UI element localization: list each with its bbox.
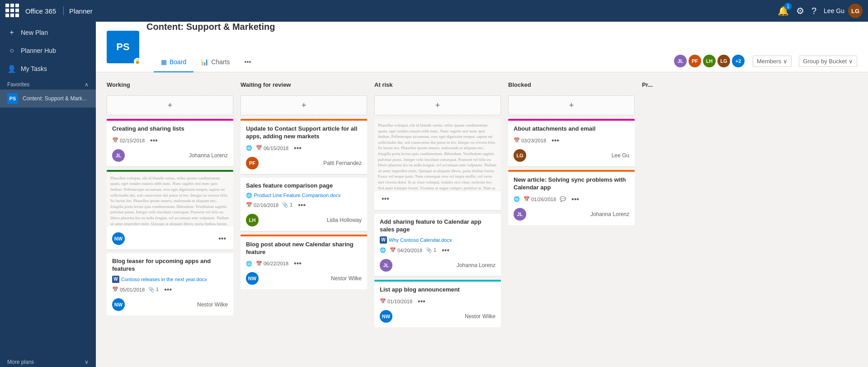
- calendar-icon: 📅: [256, 145, 262, 151]
- file-name: Contoso releases in the next year.docx: [121, 277, 207, 282]
- card-title: Blog post about new Calendar sharing fea…: [246, 241, 362, 256]
- bucket-extra-header: Pr...: [642, 80, 696, 92]
- card-more-button[interactable]: •••: [292, 259, 303, 268]
- card-more-button[interactable]: •••: [440, 245, 451, 255]
- card-at-risk-preview[interactable]: Phasellus volutpat, elit id blandit vari…: [374, 119, 501, 210]
- calendar-icon: 📅: [380, 298, 386, 304]
- notifications-button[interactable]: 🔔 1: [778, 5, 789, 16]
- bucket-working-cards: Creating and sharing lists 📅 02/15/2018 …: [107, 119, 233, 315]
- card-footer: PF Patti Fernandez: [246, 157, 362, 169]
- card-preview-text: Phasellus volutpat, elit id blandit vari…: [374, 119, 501, 191]
- board-area: Working + Creating and sharing lists 📅 0…: [96, 72, 868, 367]
- notification-badge: 1: [784, 3, 792, 10]
- card-meta: 📅 05/01/2018 📎 1 •••: [112, 285, 228, 295]
- bucket-waiting-add-button[interactable]: +: [241, 95, 367, 115]
- card-title: New article: Solving sync problems with …: [514, 176, 629, 192]
- card-more-button[interactable]: •••: [296, 200, 307, 210]
- card-title: About attachments and email: [514, 125, 629, 133]
- card-about-attachments[interactable]: About attachments and email 📅 03/23/2018…: [508, 119, 635, 166]
- tab-more[interactable]: •••: [237, 52, 259, 72]
- card-creating-sharing-lists[interactable]: Creating and sharing lists 📅 02/15/2018 …: [107, 119, 233, 166]
- assignee-avatar: JL: [112, 149, 125, 162]
- nav-divider: [63, 6, 64, 15]
- card-sales-comparison[interactable]: Sales feature comparison page 🌐 Product …: [241, 178, 367, 231]
- card-footer: LH Lidia Holloway: [246, 214, 362, 226]
- more-plans-chevron-icon: ∨: [85, 359, 89, 365]
- app-name-label: Planner: [69, 7, 93, 15]
- bucket-working: Working + Creating and sharing lists 📅 0…: [107, 80, 233, 360]
- card-date: 📅 05/01/2018: [112, 287, 145, 292]
- bucket-at-risk: At risk + Phasellus volutpat, elit id bl…: [374, 80, 501, 360]
- card-meta: 📅 02/15/2018 •••: [112, 136, 228, 146]
- card-blog-teaser[interactable]: Blog teaser for upcoming apps and featur…: [107, 253, 233, 315]
- hub-icon: ○: [7, 46, 16, 55]
- members-button[interactable]: Members ∨: [753, 56, 792, 67]
- word-file-icon: W: [380, 236, 387, 244]
- card-update-contact-support[interactable]: Update to Contact Support article for al…: [241, 119, 367, 174]
- favorites-section-header[interactable]: Favorites ∧: [0, 78, 96, 89]
- calendar-icon: 📅: [112, 287, 118, 292]
- assignee-name: Nestor Wilke: [331, 275, 362, 282]
- card-title: List app blog announcement: [380, 286, 495, 294]
- card-more-button[interactable]: •••: [380, 194, 391, 204]
- assignee-avatar: NW: [112, 298, 125, 311]
- card-add-sharing-calendar[interactable]: Add sharing feature to Calendar app sale…: [374, 214, 501, 276]
- plan-icon-ps: PS: [7, 93, 18, 104]
- settings-button[interactable]: ⚙: [796, 5, 804, 16]
- board-tab-icon: ▦: [161, 58, 167, 66]
- group-by-label: Group by Bucket: [803, 58, 847, 65]
- my-tasks-item[interactable]: 👤 My Tasks: [0, 60, 96, 78]
- card-preview: Phasellus volutpat, elit id blandit vari…: [374, 119, 501, 191]
- plan-header: PS 🔒 Content: Support & Marketing ▦ Boar…: [96, 22, 868, 72]
- assignee-name: Nestor Wilke: [197, 301, 228, 308]
- bucket-extra: Pr...: [642, 80, 696, 360]
- help-button[interactable]: ?: [811, 6, 816, 16]
- bucket-waiting: Waiting for review + Update to Contact S…: [241, 80, 367, 360]
- card-date-value: 02/15/2018: [120, 138, 145, 143]
- assignee-name: Nestor Wilke: [465, 313, 495, 320]
- new-plan-button[interactable]: + New Plan: [0, 24, 96, 42]
- card-list-app-blog[interactable]: List app blog announcement 📅 01/10/2018 …: [374, 280, 501, 327]
- sidebar-item-content-support[interactable]: PS Content: Support & Mark...: [0, 89, 96, 108]
- more-plans-section-header[interactable]: More plans ∨: [0, 355, 96, 367]
- card-meta: 🌐 📅 06/22/2018 •••: [246, 259, 362, 268]
- plan-tabs: ▦ Board 📊 Charts •••: [154, 39, 275, 72]
- card-more-button[interactable]: •••: [217, 234, 228, 244]
- user-menu[interactable]: Lee Gu LG: [824, 4, 863, 18]
- card-title: Creating and sharing lists: [112, 125, 228, 133]
- planner-hub-label: Planner Hub: [21, 47, 56, 54]
- card-more-button[interactable]: •••: [550, 136, 561, 146]
- status-icon: 🌐: [246, 145, 252, 151]
- bucket-at-risk-add-button[interactable]: +: [374, 95, 501, 115]
- app-launcher-button[interactable]: [5, 4, 20, 18]
- tab-board[interactable]: ▦ Board: [154, 52, 193, 72]
- card-date: 📅 04/20/2018: [390, 247, 422, 253]
- group-by-button[interactable]: Group by Bucket ∨: [799, 56, 857, 67]
- bucket-working-header: Working: [107, 80, 233, 92]
- card-preview-blog[interactable]: Phasellus volutpat, elit id blandit vari…: [107, 170, 233, 249]
- plus-icon: +: [7, 28, 16, 37]
- status-icon: 🌐: [246, 261, 252, 267]
- card-more-button[interactable]: •••: [292, 143, 303, 153]
- card-blog-calendar-sharing[interactable]: Blog post about new Calendar sharing fea…: [241, 235, 367, 290]
- card-title: Sales feature comparison page: [246, 182, 362, 190]
- card-more-button[interactable]: •••: [416, 296, 427, 306]
- calendar-icon: 📅: [514, 137, 520, 143]
- tab-charts[interactable]: 📊 Charts: [193, 52, 237, 72]
- planner-hub-item[interactable]: ○ Planner Hub: [0, 42, 96, 60]
- plan-name-label: Content: Support & Mark...: [23, 95, 87, 102]
- bucket-blocked-add-button[interactable]: +: [508, 95, 635, 115]
- bucket-at-risk-cards: Phasellus volutpat, elit id blandit vari…: [374, 119, 501, 327]
- calendar-icon: 📅: [256, 261, 262, 267]
- assignee-avatar: NW: [112, 232, 125, 245]
- bucket-working-add-button[interactable]: +: [107, 95, 233, 115]
- card-more-button[interactable]: •••: [162, 285, 174, 295]
- card-date-value: 03/23/2018: [521, 138, 546, 143]
- members-chevron-icon: ∨: [783, 58, 788, 65]
- card-more-button[interactable]: •••: [570, 194, 581, 204]
- card-solving-sync[interactable]: New article: Solving sync problems with …: [508, 170, 635, 225]
- card-date: 📅 03/23/2018: [514, 137, 546, 143]
- card-more-button[interactable]: •••: [148, 136, 160, 146]
- assignee-name: Johanna Lorenz: [457, 262, 495, 268]
- file-name: Why Contoso Calendar.docx: [389, 237, 452, 243]
